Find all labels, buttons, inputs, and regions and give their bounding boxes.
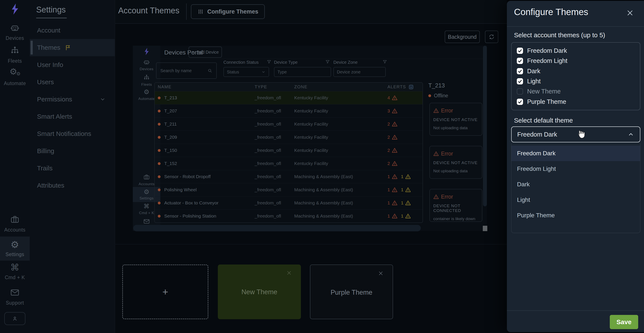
menu-item-smart-notifications[interactable]: Smart Notifications <box>30 125 115 142</box>
chevron-up-icon <box>628 131 634 138</box>
theme-checkbox-row[interactable]: Purple Theme <box>517 97 635 107</box>
table-row[interactable]: T_207 _freedom_ofl Kentucky Facility 3 <box>155 105 422 118</box>
dropdown-option[interactable]: Purple Theme <box>512 208 640 223</box>
select-themes-label: Select account themes (up to 5) <box>514 32 605 39</box>
checkbox-label: Dark <box>527 68 540 75</box>
theme-card-label: Purple Theme <box>310 289 392 296</box>
theme-checkbox-row[interactable]: Dark <box>517 66 635 76</box>
checkbox-label: Light <box>527 78 541 85</box>
warning-triangle-icon <box>433 194 439 200</box>
checkbox[interactable] <box>517 58 523 64</box>
sidebar-item-cmd-k[interactable]: ⌘ Cmd + K <box>0 263 30 280</box>
table-row[interactable]: Actuator - Box to Conveyor _freedom_ofl … <box>155 196 422 210</box>
funnel-icon[interactable] <box>382 60 387 64</box>
error-code: DEVICE NOT ACTIVE <box>433 160 478 165</box>
search-input[interactable]: Search by name <box>156 63 217 79</box>
error-card: Error DEVICE NOT CONNECTED container is … <box>430 189 482 222</box>
table-row[interactable]: T_211 _freedom_ofl Kentucky Facility 2 <box>155 118 422 131</box>
theme-checkbox-row[interactable]: New Theme <box>517 86 635 97</box>
horizontal-scrollbar[interactable] <box>133 225 421 231</box>
filter-label-connection-status: Connection Status <box>224 60 258 65</box>
theme-checkbox-row[interactable]: Freedom Dark <box>517 46 635 56</box>
drawer-title: Configure Themes <box>514 7 588 17</box>
default-theme-select[interactable]: Freedom Dark <box>511 126 640 142</box>
checkbox[interactable] <box>517 48 523 54</box>
checkbox-label: Freedom Dark <box>527 47 567 54</box>
add-theme-card[interactable]: + <box>122 264 208 319</box>
theme-checkbox-row[interactable]: Light <box>517 76 635 86</box>
menu-item-billing[interactable]: Billing <box>30 142 115 160</box>
check-icon <box>518 79 522 84</box>
theme-preview: Devices Fleets ⚙︎ Automate <box>133 46 487 231</box>
table-row[interactable]: T_209 _freedom_ofl Kentucky Facility 2 <box>155 131 422 144</box>
status-dot-icon <box>158 175 160 178</box>
sidebar-label: Cmd + K <box>5 275 25 280</box>
dropdown-option[interactable]: Dark <box>512 177 640 192</box>
sidebar-item-automate[interactable]: ⚙⚙ Automate <box>0 67 30 86</box>
menu-item-users[interactable]: Users <box>30 74 115 91</box>
type-input[interactable]: Type <box>274 67 331 77</box>
selected-value: Freedom Dark <box>517 131 557 138</box>
sidebar-item-accounts[interactable]: Accounts <box>0 214 30 233</box>
warning-triangle-icon <box>405 187 411 193</box>
table-row[interactable]: T_213 _freedom_ofl Kentucky Facility 4 <box>155 91 422 105</box>
refresh-button[interactable] <box>485 31 498 43</box>
table-row[interactable]: T_152 _freedom_ofl Kentucky Facility 2 <box>155 157 422 170</box>
error-card-list: Error DEVICE NOT ACTIVE Not uploading da… <box>430 103 482 222</box>
device-zone-input[interactable]: Device zone <box>334 67 386 77</box>
table-header: NAME TYPE ZONE ALERTS <box>155 83 422 91</box>
dropdown-option[interactable]: Freedom Dark <box>512 146 640 161</box>
sidebar-item-fleets[interactable]: Fleets <box>0 46 30 64</box>
vertical-scrollbar[interactable] <box>483 46 487 206</box>
scrollbar-thumb[interactable] <box>483 226 487 231</box>
checkbox[interactable] <box>517 78 523 84</box>
status-dot-icon <box>428 94 431 97</box>
funnel-icon[interactable] <box>267 60 272 64</box>
chevron-down-icon <box>100 96 106 102</box>
gears-icon: ⚙⚙ <box>10 67 20 78</box>
close-icon[interactable] <box>286 270 292 276</box>
user-avatar-button[interactable] <box>4 312 26 325</box>
table-row[interactable]: T_150 _freedom_ofl Kentucky Facility 2 <box>155 144 422 157</box>
table-row[interactable]: Sensor - Polishing Station _freedom_ofl … <box>155 210 422 223</box>
close-icon[interactable] <box>626 9 634 17</box>
background-button[interactable]: Background <box>445 31 480 43</box>
menu-item-permissions[interactable]: Permissions <box>30 91 115 108</box>
gear-icon: ⚙ <box>144 189 150 195</box>
filter-label-device-zone: Device Zone <box>334 60 358 65</box>
save-button[interactable]: Save <box>610 315 638 329</box>
warning-triangle-icon <box>392 161 398 167</box>
configure-themes-button[interactable]: Configure Themes <box>191 4 265 19</box>
flag-icon <box>64 44 72 51</box>
status-dot-icon <box>158 110 160 112</box>
checkbox[interactable] <box>517 88 523 95</box>
table-row[interactable]: Polishing Wheel _freedom_ofl Machining &… <box>155 183 422 196</box>
menu-item-themes[interactable]: Themes <box>30 39 115 56</box>
theme-card-purple-theme[interactable]: Purple Theme <box>310 264 393 319</box>
checkbox[interactable] <box>517 99 523 105</box>
dropdown-option[interactable]: Freedom Light <box>512 161 640 177</box>
sidebar-item-devices[interactable]: Devices <box>0 23 30 41</box>
menu-item-user-info[interactable]: User Info <box>30 56 115 74</box>
dropdown-option[interactable]: Light <box>512 192 640 208</box>
menu-item-trails[interactable]: Trails <box>30 160 115 177</box>
preview-logo <box>133 47 160 56</box>
check-icon <box>518 69 522 74</box>
robot-icon <box>143 59 150 66</box>
sidebar-item-support[interactable]: Support <box>0 287 30 306</box>
add-device-button[interactable]: + Add Device <box>188 47 222 58</box>
gear-icon: ⚙ <box>10 240 19 249</box>
checkbox[interactable] <box>517 68 523 74</box>
table-row[interactable]: Sensor - Robot Dropoff _freedom_ofl Mach… <box>155 170 422 183</box>
settings-menu: Settings Account Themes User Info Users … <box>30 0 115 333</box>
sidebar-item-settings[interactable]: ⚙ Settings <box>0 236 30 261</box>
close-icon[interactable] <box>378 270 384 276</box>
theme-card-new-theme[interactable]: New Theme <box>218 264 301 319</box>
theme-checkbox-row[interactable]: Freedom Light <box>517 56 635 66</box>
menu-item-account[interactable]: Account <box>30 22 115 39</box>
menu-item-smart-alerts[interactable]: Smart Alerts <box>30 108 115 125</box>
funnel-icon[interactable] <box>325 60 330 64</box>
alerts-filter-icon[interactable] <box>408 84 414 90</box>
status-select[interactable]: Status <box>224 67 269 77</box>
menu-item-attributes[interactable]: Attributes <box>30 177 115 194</box>
